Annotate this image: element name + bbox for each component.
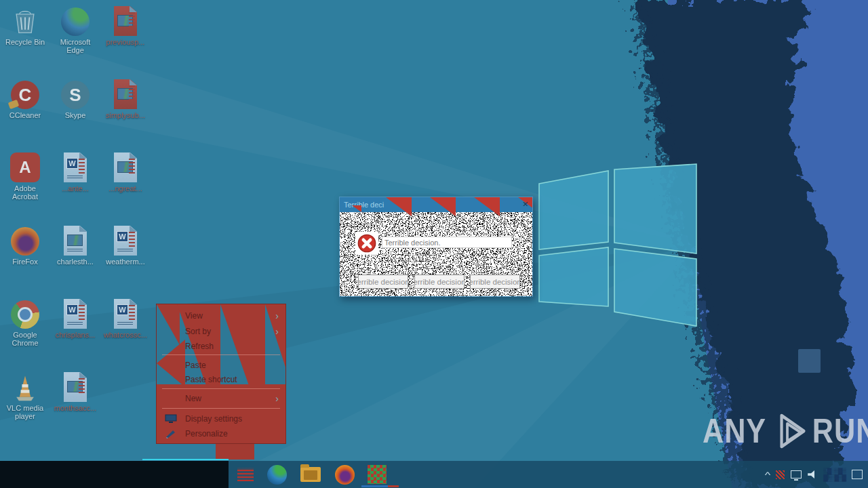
taskbar-app-glitched-icon[interactable] [365,464,389,485]
volume-icon[interactable] [808,470,817,479]
icon-label: CCleaner [9,111,41,119]
menu-item-refresh[interactable]: Refresh [157,339,285,353]
dialog-button-3[interactable]: errible decision [470,274,520,289]
icon-label: monthsacc... [54,404,96,412]
menu-separator [162,354,280,355]
menu-item-sort-by[interactable]: Sort by › [157,324,285,338]
taskbar-edge-icon[interactable] [264,464,289,485]
word-document-icon: W [114,299,137,329]
watermark-text-any: ANY [703,411,766,451]
error-icon [355,232,378,255]
taskbar: ^ ▒▓░▒▓▒ ▓▒░▓▒▓ [0,461,868,488]
clock-glitched[interactable]: ▒▓░▒▓▒ ▓▒░▓▒▓ [823,468,846,481]
dialog-button-1[interactable]: errible decision [358,274,408,289]
desktop-icon-vlc[interactable]: VLC media player [3,370,47,420]
skype-icon: S [61,81,90,109]
menu-separator [162,408,280,409]
anyrun-play-logo-icon [772,412,808,450]
error-dialog-window: Terrible deci × [339,197,533,297]
menu-separator [162,388,280,389]
desktop-icon-ngreat-image[interactable]: ...ngreat... [103,150,148,192]
desktop-icon-ante-doc[interactable]: W ...ante... [53,150,98,192]
desktop-icon-whatcrossc[interactable]: W whatcrossc... [103,297,148,339]
icon-label: FireFox [12,258,37,266]
word-document-icon: W [64,152,87,182]
desktop-icon-recycle-bin[interactable]: Recycle Bin [3,4,47,46]
dialog-message-textbox[interactable] [382,237,512,248]
icon-label: Recycle Bin [5,38,45,46]
close-icon[interactable]: × [523,199,528,209]
tray-glitch-icon[interactable] [776,470,785,479]
taskbar-active-indicator [361,485,399,487]
icon-label: previousp... [106,38,145,46]
icon-label: ...ngreat... [108,184,142,192]
image-document-icon [64,372,87,402]
menu-item-paste-shortcut[interactable]: Paste shortcut [157,372,285,386]
acrobat-icon: A [10,152,40,182]
menu-item-personalize[interactable]: Personalize [157,426,285,441]
red-document-icon [114,79,137,109]
action-center-icon[interactable] [852,470,863,479]
network-icon[interactable] [791,470,802,479]
desktop-icon-firefox[interactable]: FireFox [3,224,47,266]
desktop-icon-weatherm[interactable]: W weatherm... [103,224,148,266]
hidden-icons-chevron[interactable]: ^ [765,470,771,480]
menu-item-new[interactable]: New › [157,391,285,405]
glitch-artifact-square [798,349,821,373]
menu-item-view[interactable]: View › [157,308,285,323]
dialog-title: Terrible deci [340,201,384,209]
recycle-bin-icon [10,4,40,36]
desktop-icon-ccleaner[interactable]: C CCleaner [3,77,47,119]
taskbar-file-explorer-icon[interactable] [298,464,323,485]
anyrun-watermark: ANY RUN [703,412,868,450]
desktop-icon-skype[interactable]: S Skype [53,77,98,119]
firefox-icon [11,227,39,256]
icon-label: Adobe Acrobat [3,184,47,201]
menu-item-paste[interactable]: Paste [157,358,285,372]
desktop-icon-previousp[interactable]: previousp... [103,4,148,46]
word-document-icon: W [64,299,87,329]
glitch-block [216,444,254,460]
desktop-context-menu: View › Sort by › Refresh Paste Paste sho… [156,304,286,444]
icon-label: ...ante... [62,184,89,192]
image-document-icon [114,152,137,182]
glitch-icon [368,465,387,484]
word-document-icon: W [114,226,137,256]
dialog-button-2[interactable]: errible decision [414,274,465,289]
desktop-icon-monthsacc[interactable]: monthsacc... [53,370,98,412]
icon-label: simplysub... [106,111,145,119]
menu-item-display-settings[interactable]: Display settings [157,411,285,426]
taskbar-firefox-icon[interactable] [332,464,357,485]
taskbar-start-button-glitched[interactable] [233,464,258,485]
icon-label: Skype [65,111,86,119]
vlc-icon [10,370,40,402]
red-document-icon [114,6,137,36]
icon-label: weatherm... [106,258,144,266]
chrome-icon [11,300,39,329]
folder-icon [300,467,321,482]
ccleaner-icon: C [11,81,39,109]
edge-icon [267,465,287,485]
watermark-text-run: RUN [812,411,868,451]
icon-label: whatcrossc... [104,331,147,339]
desktop-icon-chrisplans[interactable]: W chrisplans... [53,297,98,339]
icon-label: charlesth... [57,258,94,266]
chevron-right-icon: › [275,312,279,319]
edge-icon [61,7,90,36]
desktop-icon-microsoft-edge[interactable]: Microsoft Edge [53,4,98,54]
desktop-icon-adobe-acrobat[interactable]: A Adobe Acrobat [3,150,47,201]
image-document-icon [64,226,87,256]
desktop-icon-simplysub[interactable]: simplysub... [103,77,148,119]
glitch-icon [237,468,254,481]
start-menu-glitched[interactable] [0,461,229,488]
chevron-right-icon: › [275,328,279,335]
display-icon [165,414,177,424]
chevron-right-icon: › [275,395,279,402]
desktop: Recycle Bin Microsoft Edge previousp... … [0,0,868,488]
icon-label: VLC media player [3,404,47,420]
desktop-icon-charlesth[interactable]: charlesth... [53,224,98,266]
personalize-brush-icon [165,429,177,439]
system-tray: ^ ▒▓░▒▓▒ ▓▒░▓▒▓ [766,461,863,488]
icon-label: Microsoft Edge [53,38,98,54]
desktop-icon-google-chrome[interactable]: Google Chrome [3,297,47,347]
